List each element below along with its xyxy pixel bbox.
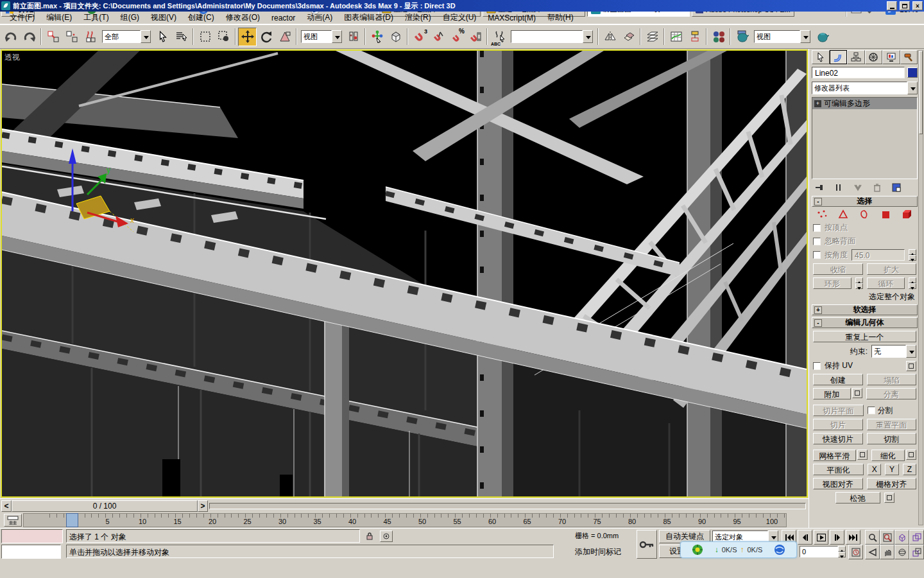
repeat-last-button[interactable]: 重复上一个 [813,331,916,342]
tab-hierarchy[interactable] [847,50,865,64]
slice-button[interactable]: 切片 [813,419,863,430]
collapse-icon[interactable]: - [814,319,822,327]
attach-settings-button[interactable] [852,388,862,398]
spinner-snap-button[interactable] [466,28,484,46]
select-and-rotate-button[interactable] [257,28,275,46]
angle-snap-button[interactable] [429,28,447,46]
rollout-edit-geometry[interactable]: - 编辑几何体 [812,317,918,328]
expand-icon[interactable]: + [814,100,821,107]
menu-item-graph-editors[interactable]: 图表编辑器(D) [338,11,399,24]
detach-button[interactable]: 分离 [866,388,917,399]
tessellate-button[interactable]: 细化 [871,450,905,461]
keyboard-override-button[interactable] [386,28,405,46]
attach-button[interactable]: 附加 [813,388,851,399]
pan-button[interactable] [880,545,894,559]
viewport-label[interactable]: 透视 [4,52,20,63]
split-checkbox[interactable] [868,407,875,414]
menu-item-customize[interactable]: 自定义(U) [437,11,483,24]
current-frame-field[interactable]: 0 [800,546,838,557]
reference-coordinate-dropdown[interactable]: 视图 [301,30,342,43]
preserve-uv-checkbox[interactable] [813,362,821,370]
msmooth-settings-button[interactable] [857,450,868,460]
maxscript-mini-listener-pink[interactable] [1,529,63,543]
trackbar-ruler[interactable]: 0510152025303540455055606570758085909510… [23,513,787,527]
prev-frame-arrow[interactable]: < [1,500,12,512]
schematic-view-button[interactable] [685,28,704,46]
menu-item-views[interactable]: 视图(V) [145,11,182,24]
modifier-stack[interactable]: + 可编辑多边形 [812,97,918,179]
edge-mode-icon[interactable] [837,209,849,220]
stack-row-editable-poly[interactable]: + 可编辑多边形 [812,98,917,109]
select-object-button[interactable] [153,28,172,46]
loop-button[interactable]: 循环 [867,277,905,289]
frame-spinner[interactable] [838,546,846,557]
preserve-uv-settings-button[interactable] [906,361,916,371]
reset-plane-button[interactable]: 重置平面 [867,419,917,430]
collapse-icon[interactable]: - [814,198,822,206]
select-by-name-button[interactable] [172,28,191,46]
align-button[interactable] [619,28,638,46]
restore-button[interactable] [900,1,910,10]
min-max-toggle-button[interactable] [909,545,924,559]
quickslice-button[interactable]: 快速切片 [813,433,863,444]
planar-x-button[interactable]: X [868,464,881,475]
make-unique-button[interactable] [850,182,866,193]
select-and-scale-button[interactable] [275,28,294,46]
time-configuration-button[interactable] [848,545,863,559]
menu-item-tools[interactable]: 工具(T) [78,11,114,24]
zoom-all-button[interactable] [880,530,894,545]
perspective-viewport[interactable]: 透视 [1,49,808,498]
menu-item-modifiers[interactable]: 修改器(O) [220,11,266,24]
snap-toggle-3d-button[interactable]: 3 [410,28,429,46]
zoom-button[interactable] [865,530,880,545]
menu-item-help[interactable]: 帮助(H) [542,11,579,24]
planar-y-button[interactable]: Y [885,464,898,475]
network-monitor-overlay[interactable]: ↓ 0K/S ↑ 0K/S [680,541,797,558]
tab-display[interactable] [882,50,900,64]
grid-align-button[interactable]: 栅格对齐 [867,478,917,489]
ring-spinner[interactable] [855,277,863,289]
polygon-mode-icon[interactable] [880,209,892,220]
field-of-view-button[interactable] [865,545,880,559]
maxscript-mini-listener-white[interactable] [1,545,61,559]
menu-item-edit[interactable]: 编辑(E) [40,11,78,24]
element-mode-icon[interactable] [902,209,913,220]
border-mode-icon[interactable] [859,209,870,220]
relax-button[interactable]: 松弛 [835,492,880,504]
shrink-button[interactable]: 收缩 [813,263,863,275]
pin-stack-button[interactable] [812,182,827,193]
create-button[interactable]: 创建 [813,374,863,385]
remove-modifier-button[interactable] [869,182,885,193]
menu-item-group[interactable]: 组(G) [115,11,145,24]
angle-spinner[interactable] [909,249,916,261]
rollout-soft-selection[interactable]: + 软选择 [812,304,918,315]
material-editor-button[interactable] [709,28,728,46]
view-align-button[interactable]: 视图对齐 [813,478,863,489]
menu-item-animation[interactable]: 动画(A) [301,11,338,24]
modifier-list-dropdown[interactable]: 修改器列表 [812,82,918,94]
time-slider-track[interactable] [209,503,806,509]
close-button[interactable]: × [912,1,923,10]
selection-lock-button[interactable] [363,530,376,542]
zoom-extents-all-button[interactable] [909,530,924,545]
constraints-dropdown[interactable]: 无 [871,345,916,358]
bind-spacewarp-button[interactable] [81,28,99,46]
tessellate-settings-button[interactable] [906,450,916,460]
tab-modify[interactable] [830,50,848,64]
make-planar-button[interactable]: 平面化 [813,464,864,475]
add-time-tag[interactable]: 添加时间标记 [575,547,635,557]
by-angle-checkbox[interactable] [813,251,821,259]
grow-button[interactable]: 扩大 [867,263,917,275]
dropdown-arrow-icon[interactable] [906,345,916,358]
time-slider-handle[interactable]: 0 / 100 [12,500,198,512]
next-frame-button[interactable] [830,530,844,545]
menu-item-create[interactable]: 创建(C) [182,11,220,24]
select-and-move-button[interactable] [238,28,257,46]
object-name-field[interactable]: Line02 [812,67,905,78]
panel-scrollbar[interactable] [918,50,923,525]
expand-icon[interactable]: + [814,306,822,314]
dropdown-arrow-icon[interactable] [332,30,342,43]
unlink-button[interactable] [62,28,81,46]
ignore-backfacing-checkbox[interactable] [813,238,821,245]
configure-modifier-sets-button[interactable] [889,182,904,193]
